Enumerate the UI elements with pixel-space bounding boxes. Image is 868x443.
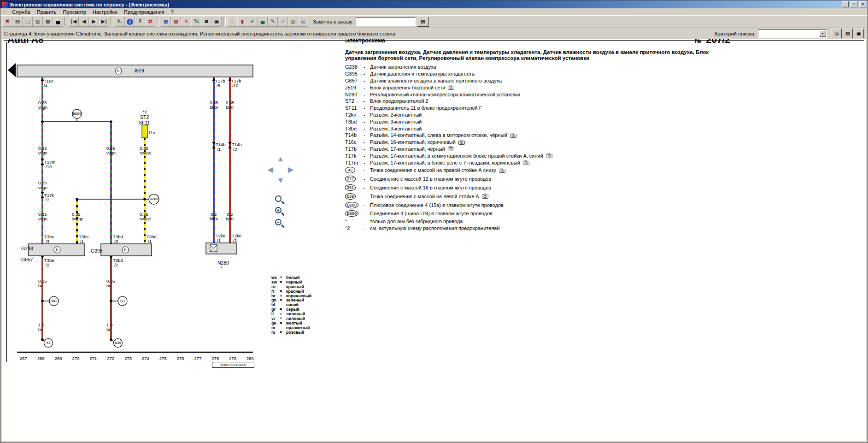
- menu-item[interactable]: Настройки: [89, 9, 121, 15]
- legend-text: Плюсовое соединение 4 (15а) в главном жг…: [370, 202, 504, 208]
- camera-icon[interactable]: [482, 194, 488, 199]
- measurement-button[interactable]: %: [191, 17, 201, 27]
- menu-item[interactable]: Служба: [9, 9, 34, 15]
- diagram-label: J519: [134, 68, 144, 73]
- find-button[interactable]: ◎: [832, 29, 842, 38]
- camera-icon[interactable]: [448, 146, 454, 151]
- legend-item: T17m - Разъём, 17-контактный, в блоке ре…: [345, 159, 724, 166]
- zoom-in-button[interactable]: +: [275, 207, 286, 218]
- manuals-button[interactable]: ▮: [237, 17, 247, 27]
- menu-item[interactable]: Просмотр: [60, 9, 89, 15]
- window-layout-button[interactable]: ▣: [211, 17, 222, 27]
- toolbar-button-icon: ✖: [4, 18, 11, 25]
- find-doc-button[interactable]: ▤: [843, 29, 853, 38]
- pan-down-button[interactable]: ▼: [276, 176, 286, 185]
- toolbar-button-icon: ✔: [249, 18, 256, 25]
- search-criteria-combobox[interactable]: ▼: [758, 30, 827, 38]
- minimize-button[interactable]: _: [842, 1, 849, 7]
- pan-up-button[interactable]: ▲: [276, 154, 286, 164]
- nav-first-button[interactable]: |◀: [69, 17, 79, 27]
- diagram-label: vi/gn: [106, 151, 116, 155]
- components-table-button[interactable]: ▦: [161, 17, 171, 27]
- toolbar-button-icon: ▣: [213, 18, 220, 25]
- menu-item[interactable]: Предупреждения: [121, 9, 168, 15]
- legend-code: B699: [345, 210, 358, 217]
- zoom-default-button[interactable]: [275, 195, 286, 206]
- copy-document-button[interactable]: ▦: [43, 17, 53, 27]
- exit-button[interactable]: ✖: [2, 17, 12, 27]
- diagram-label: vi/gn: [38, 217, 47, 221]
- toolbar-button-icon: ▦: [163, 18, 169, 25]
- menu-item[interactable]: ?: [168, 9, 177, 15]
- diagram-label: /4: [44, 83, 47, 88]
- info-button[interactable]: i: [125, 17, 135, 27]
- library-button[interactable]: ▥: [288, 17, 298, 27]
- toolbar-button-icon: ▦: [173, 18, 179, 25]
- order-note-button[interactable]: ▤: [417, 17, 429, 27]
- track-number: 270: [71, 356, 81, 361]
- diagram-label: sw/ge: [140, 151, 151, 155]
- close-button[interactable]: ✕: [859, 1, 866, 7]
- diagram-label: br: [106, 284, 110, 288]
- legend-text: Блок управления бортовой сети: [370, 85, 445, 90]
- track-scale: 2672682692702712722732742752762772782792…: [19, 356, 255, 361]
- camera-icon[interactable]: [546, 153, 552, 158]
- vehicle-data-button[interactable]: ▄: [258, 17, 268, 27]
- legend-text: только для а/м без гибридного привода: [370, 219, 463, 224]
- legend-code: N280: [345, 92, 357, 97]
- nav-prev-button[interactable]: ◀: [79, 17, 89, 27]
- toolbar-button-icon: ▄: [55, 18, 61, 25]
- service-check-button[interactable]: ✔: [247, 17, 258, 27]
- track-number: 277: [193, 356, 202, 361]
- magnifier-icon: [275, 195, 282, 202]
- legend-item: 639 - Точка соединения с массой на левой…: [345, 192, 724, 201]
- pan-right-button[interactable]: ▶: [286, 165, 296, 174]
- diagram-code: 4H5070210415: [221, 363, 246, 367]
- diagram-label: br: [106, 327, 110, 332]
- camera-icon[interactable]: [523, 160, 529, 165]
- nav-next-button[interactable]: ▶: [89, 17, 99, 27]
- technical-data-button[interactable]: t.: [115, 17, 125, 27]
- legend-text: Предохранитель 11 в блоке предохранителе…: [370, 105, 482, 111]
- zoom-out-button[interactable]: −: [275, 219, 286, 230]
- legend-code: J519: [345, 85, 356, 90]
- camera-icon[interactable]: [510, 133, 516, 138]
- print-button[interactable]: ▤: [12, 17, 23, 27]
- toolbar-button-ic: i: [127, 19, 133, 25]
- diagram-label: bl/br: [210, 105, 218, 110]
- menu-item[interactable]: Править: [34, 9, 60, 15]
- new-document-button[interactable]: □: [23, 17, 33, 27]
- pan-left-button[interactable]: ◀: [265, 165, 276, 174]
- settings-button[interactable]: ▣: [854, 29, 864, 38]
- data-disc-button[interactable]: ◎: [298, 17, 308, 27]
- toolbar-button-icon: |◀: [70, 18, 77, 25]
- gear-button[interactable]: ✳: [181, 17, 191, 27]
- checklist-button[interactable]: ✓: [278, 17, 288, 27]
- grid-button[interactable]: ▦: [171, 17, 181, 27]
- diagram-label: 381: [51, 299, 57, 303]
- legend-code: G657: [345, 78, 358, 83]
- app-icon[interactable]: [2, 2, 7, 7]
- diagram-label: SF11: [139, 120, 150, 125]
- maximize-button[interactable]: □: [850, 1, 857, 7]
- toolbar-button-icon: ◎: [300, 18, 306, 25]
- legend-item: T17k - Разъём, 17-контактный, в коммутац…: [345, 152, 724, 159]
- camera-icon[interactable]: [499, 168, 505, 173]
- edit-note-button[interactable]: ✎: [268, 17, 278, 27]
- list-button[interactable]: ≡: [201, 17, 211, 27]
- order-note-input[interactable]: [356, 18, 416, 26]
- camera-icon[interactable]: [448, 85, 454, 90]
- combo-dropdown-arrow[interactable]: ▼: [819, 30, 826, 37]
- schematic-geometry: [2, 39, 278, 371]
- open-document-button[interactable]: ▥: [33, 17, 43, 27]
- vehicle-button[interactable]: ▄: [53, 17, 63, 27]
- compare-button[interactable]: ⇄: [145, 17, 155, 27]
- help-button[interactable]: ?: [135, 17, 145, 27]
- child-window-icon[interactable]: ⚠: [1, 9, 8, 15]
- camera-icon[interactable]: [458, 140, 465, 145]
- legend-text: Соединение с массой 16 в главном жгуте п…: [370, 185, 491, 190]
- legend-code: T2kn: [345, 112, 356, 118]
- warnings-button[interactable]: ⚠: [227, 17, 237, 27]
- wire-color-code: rs: [271, 331, 280, 335]
- nav-last-button[interactable]: ▶|: [99, 17, 109, 27]
